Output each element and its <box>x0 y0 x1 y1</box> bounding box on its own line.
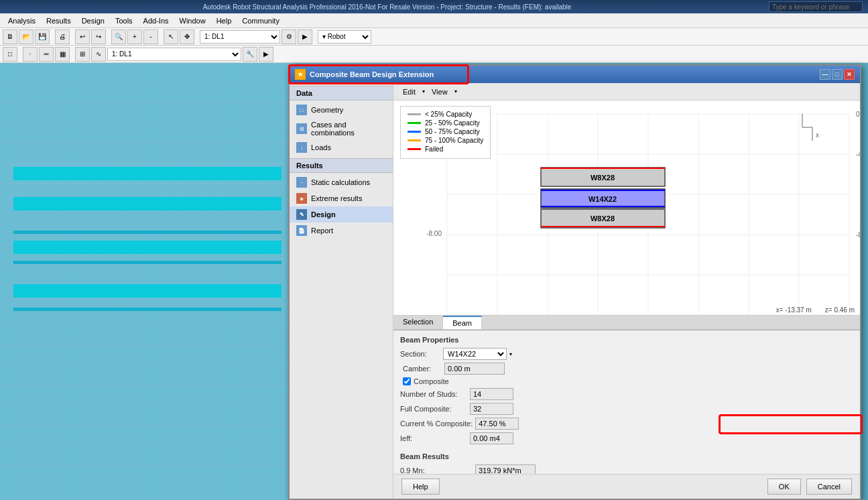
restore-button[interactable]: □ <box>832 69 843 80</box>
legend-color-50 <box>408 122 421 124</box>
chart-area: < 25% Capacity 25 - 50% Capacity 50 - 75… <box>393 101 860 315</box>
svg-rect-40 <box>13 308 282 311</box>
ieff-row: Ieff: 0.00 m4 <box>400 432 853 444</box>
chart-toolbar: Edit ▾ View ▾ <box>393 83 860 101</box>
zoom-btn[interactable]: 🔍 <box>111 29 126 44</box>
right-area: Edit ▾ View ▾ < 25% Capacity <box>393 83 860 499</box>
section-label: Section: <box>400 350 440 358</box>
num-studs-label: Number of Studs: <box>400 390 467 398</box>
menu-community[interactable]: Community <box>237 15 285 26</box>
camber-label: Camber: <box>403 365 442 373</box>
menu-design[interactable]: Design <box>76 15 110 26</box>
current-pct-label: Current % Composite: <box>400 420 473 428</box>
panel-item-geometry[interactable]: □ Geometry <box>290 102 393 118</box>
open-btn[interactable]: 📂 <box>19 29 34 44</box>
chart-x-coord: x= -13.37 m <box>776 306 812 314</box>
full-composite-value: 32 <box>470 403 513 415</box>
panel-item-static[interactable]: ~ Static calculations <box>290 174 393 190</box>
dialog-title-icon: ★ <box>295 69 306 80</box>
menu-analysis[interactable]: Analysis <box>3 15 41 26</box>
toolbar-1: 🗎 📂 💾 🖨 ↩ ↪ 🔍 + - ↖ ✥ 1: DL1 ⚙ ▶ ▾ Robot <box>0 28 868 46</box>
toolbar2-btn2[interactable]: ⊞ <box>75 47 90 62</box>
geometry-icon: □ <box>296 105 307 115</box>
svg-rect-37 <box>13 241 282 254</box>
chart-edit-menu[interactable]: Edit <box>399 86 420 97</box>
menu-bar: Analysis Results Design Tools Add-Ins Wi… <box>0 13 868 28</box>
bottom-panel: Beam Properties Section: W14X22 ▾ Camber… <box>393 330 860 474</box>
svg-rect-39 <box>13 284 282 298</box>
panel-item-report[interactable]: 📄 Report <box>290 223 393 239</box>
dialog-titlebar: ★ Composite Beam Design Extension — □ ✕ <box>290 66 860 83</box>
beam-properties-col: Beam Properties Section: W14X22 ▾ Camber… <box>400 336 853 444</box>
toolbar2-btn1[interactable]: □ <box>3 47 17 62</box>
cancel-button[interactable]: Cancel <box>806 479 852 495</box>
panel-item-loads[interactable]: ↓ Loads <box>290 139 393 155</box>
menu-addins[interactable]: Add-Ins <box>138 15 174 26</box>
menu-results[interactable]: Results <box>41 15 76 26</box>
svg-text:-8.00: -8.00 <box>856 231 860 239</box>
ieff-value: 0.00 m4 <box>470 432 513 444</box>
svg-text:x: x <box>816 131 819 139</box>
left-nav-panel: Data □ Geometry ⊞ Cases and combinations… <box>290 83 393 499</box>
toolbar2-btn3[interactable]: ∿ <box>91 47 106 62</box>
full-composite-row: Full Composite: 32 <box>400 403 853 415</box>
minimize-button[interactable]: — <box>820 69 830 80</box>
print-btn[interactable]: 🖨 <box>55 29 70 44</box>
save-btn[interactable]: 💾 <box>35 29 50 44</box>
node-btn[interactable]: · <box>23 47 38 62</box>
chart-coords: x= -13.37 m z= 0.46 m <box>776 306 855 314</box>
beam-results-title: Beam Results <box>400 452 853 460</box>
toolbar-btn2[interactable]: ▶ <box>298 29 312 44</box>
ok-button[interactable]: OK <box>767 479 801 495</box>
num-studs-value: 14 <box>470 388 513 400</box>
menu-tools[interactable]: Tools <box>110 15 138 26</box>
tab-beam[interactable]: Beam <box>443 316 482 329</box>
panel-item-cases[interactable]: ⊞ Cases and combinations <box>290 118 393 139</box>
legend-color-100 <box>408 139 421 141</box>
ieff-label: Ieff: <box>400 434 467 442</box>
move-btn[interactable]: ✥ <box>180 29 194 44</box>
legend-color-failed <box>408 148 421 150</box>
extreme-icon: ◈ <box>296 193 307 204</box>
case-combo[interactable]: 1: DL1 <box>107 48 241 61</box>
loads-icon: ↓ <box>296 142 307 153</box>
legend-item-failed: Failed <box>408 145 483 153</box>
title-bar-text: Autodesk Robot Structural Analysis Profe… <box>5 3 769 11</box>
toolbar2-btn5[interactable]: ▶ <box>259 47 273 62</box>
search-input[interactable] <box>769 1 863 12</box>
composite-checkbox[interactable] <box>403 377 411 385</box>
legend-item-25: < 25% Capacity <box>408 111 483 118</box>
section-combo[interactable]: W14X22 <box>443 348 507 360</box>
redo-btn[interactable]: ↪ <box>91 29 106 44</box>
menu-help[interactable]: Help <box>211 15 237 26</box>
zoom-in-btn[interactable]: + <box>127 29 142 44</box>
select-btn[interactable]: ↖ <box>164 29 178 44</box>
chart-legend: < 25% Capacity 25 - 50% Capacity 50 - 75… <box>400 106 491 159</box>
bottom-actions: Help OK Cancel <box>393 474 860 499</box>
chart-view-menu[interactable]: View <box>428 86 452 97</box>
help-button[interactable]: Help <box>401 479 440 495</box>
legend-item-100: 75 - 100% Capacity <box>408 137 483 144</box>
full-composite-label: Full Composite: <box>400 405 467 413</box>
panel-item-design[interactable]: ✎ Design <box>290 206 393 223</box>
new-btn[interactable]: 🗎 <box>3 29 17 44</box>
title-bar: Autodesk Robot Structural Analysis Profe… <box>0 0 868 13</box>
plate-btn[interactable]: ▦ <box>55 47 70 62</box>
panel-item-extreme[interactable]: ◈ Extreme results <box>290 190 393 206</box>
chart-z-coord: z= 0.46 m <box>825 306 855 314</box>
tab-selection[interactable]: Selection <box>393 316 443 329</box>
svg-text:-8.00: -8.00 <box>426 230 442 237</box>
undo-btn[interactable]: ↩ <box>75 29 90 44</box>
zoom-out-btn[interactable]: - <box>143 29 158 44</box>
toolbar-2: □ · ═ ▦ ⊞ ∿ 1: DL1 🔧 ▶ <box>0 46 868 63</box>
camber-value: 0.00 m <box>444 363 505 375</box>
dialog: ★ Composite Beam Design Extension — □ ✕ … <box>288 64 861 500</box>
load-combo[interactable]: 1: DL1 <box>200 30 280 44</box>
svg-text:W8X28: W8X28 <box>591 214 615 223</box>
toolbar-btn1[interactable]: ⚙ <box>282 29 296 44</box>
toolbar2-btn4[interactable]: 🔧 <box>243 47 257 62</box>
close-button[interactable]: ✕ <box>844 69 855 80</box>
beam-btn[interactable]: ═ <box>39 47 54 62</box>
menu-window[interactable]: Window <box>174 15 211 26</box>
view-combo[interactable]: ▾ Robot <box>318 30 371 44</box>
